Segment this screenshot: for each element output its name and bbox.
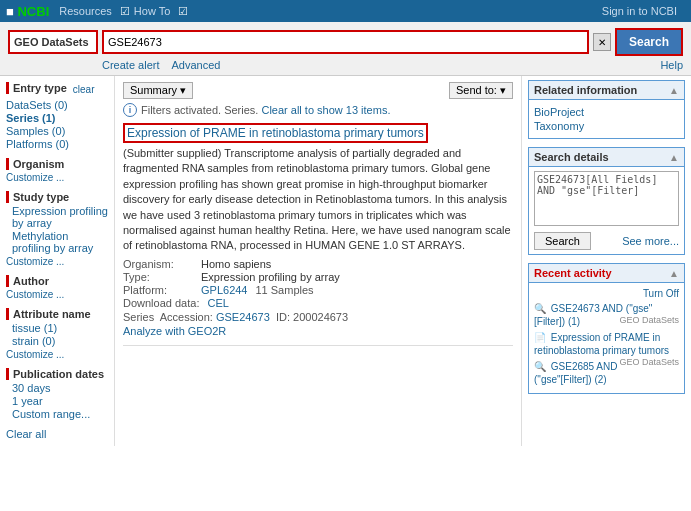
search-details-button[interactable]: Search (534, 232, 591, 250)
type-value: Expression profiling by array (201, 271, 340, 283)
sidebar-item-samples[interactable]: Samples (0) (6, 125, 108, 137)
meta-platform-row: Platform: GPL6244 11 Samples (123, 284, 513, 296)
toolbar-right: Send to: ▾ (449, 82, 513, 99)
main-content: Entry type clear DataSets (0) Series (1)… (0, 76, 691, 446)
series-label: Series (123, 311, 154, 323)
resources-link[interactable]: Resources (59, 5, 112, 17)
result-item: Expression of PRAME in retinoblastoma pr… (123, 123, 513, 346)
clear-all-link[interactable]: Clear all (6, 428, 108, 440)
pub-30days[interactable]: 30 days (12, 382, 108, 394)
clear-input-button[interactable]: ✕ (593, 33, 611, 51)
accession-label: Accession: (160, 311, 213, 323)
attr-item-1[interactable]: strain (0) (12, 335, 108, 347)
ra-link-2[interactable]: GSE2685 AND ("gse"[Filter]) (2) (534, 361, 618, 385)
turn-off-link[interactable]: Turn Off (643, 288, 679, 299)
search-details-header: Search details ▲ (529, 148, 684, 167)
related-info-header: Related information ▲ (529, 81, 684, 100)
sidebar-item-platforms[interactable]: Platforms (0) (6, 138, 108, 150)
filter-text: Filters activated. Series. Clear all to … (141, 104, 390, 116)
organism-group: Organism Customize ... (6, 158, 108, 183)
accession-link[interactable]: GSE24673 (216, 311, 270, 323)
summary-button[interactable]: Summary ▾ (123, 82, 193, 99)
resources-check: ☑ (120, 5, 130, 18)
search-details-query[interactable] (534, 171, 679, 226)
pub-dates-heading: Publication dates (6, 368, 108, 380)
study-customize[interactable]: Customize ... (6, 256, 108, 267)
clear-filters-link[interactable]: clear (73, 84, 95, 95)
study-item-1[interactable]: Methylation profiling by array (12, 230, 108, 254)
see-more-link[interactable]: See more... (622, 235, 679, 247)
attribute-group: Attribute name tissue (1) strain (0) Cus… (6, 308, 108, 360)
platform-link[interactable]: GPL6244 (201, 284, 247, 296)
type-label: Type: (123, 271, 193, 283)
ra-db-1: GEO DataSets (619, 357, 679, 369)
send-to-button[interactable]: Send to: ▾ (449, 82, 513, 99)
organism-value: Homo sapiens (201, 258, 271, 270)
pub-dates-group: Publication dates 30 days 1 year Custom … (6, 368, 108, 420)
search-details-section: Search details ▲ Search See more... (528, 147, 685, 255)
left-sidebar: Entry type clear DataSets (0) Series (1)… (0, 76, 115, 446)
author-group: Author Customize ... (6, 275, 108, 300)
attr-customize[interactable]: Customize ... (6, 349, 108, 360)
search-bar-row: GEO DataSets ✕ Search (8, 28, 683, 56)
advanced-link[interactable]: Advanced (171, 59, 220, 71)
recent-activity-title: Recent activity (534, 267, 612, 279)
entry-type-heading: Entry type (6, 82, 67, 94)
meta-type-row: Type: Expression profiling by array (123, 271, 513, 283)
search-input-box (102, 30, 589, 54)
result-meta: Organism: Homo sapiens Type: Expression … (123, 258, 513, 309)
organism-customize[interactable]: Customize ... (6, 172, 108, 183)
recent-activity-body: Turn Off 🔍 GSE24673 AND ("gse"[Filter]) … (529, 283, 684, 393)
analyze-link[interactable]: Analyze with GEO2R (123, 325, 226, 337)
result-abstract: (Submitter supplied) Transcriptome analy… (123, 146, 513, 254)
search-button[interactable]: Search (615, 28, 683, 56)
author-heading: Author (6, 275, 108, 287)
related-info-toggle[interactable]: ▲ (669, 85, 679, 96)
organism-heading: Organism (6, 158, 108, 170)
download-link[interactable]: CEL (207, 297, 228, 309)
results-toolbar: Summary ▾ Send to: ▾ (123, 82, 513, 99)
sidebar-item-series[interactable]: Series (1) (6, 112, 108, 124)
author-customize[interactable]: Customize ... (6, 289, 108, 300)
clear-filter-link[interactable]: Clear all to show 13 items. (261, 104, 390, 116)
id-value: 200024673 (293, 311, 348, 323)
organism-label: Organism: (123, 258, 193, 270)
howto-link[interactable]: How To (134, 5, 170, 17)
help-link[interactable]: Help (660, 59, 683, 71)
related-info-section: Related information ▲ BioProject Taxonom… (528, 80, 685, 139)
create-alert-link[interactable]: Create alert (102, 59, 159, 71)
result-accession: Series Accession: GSE24673 ID: 200024673 (123, 311, 513, 323)
signin-link[interactable]: Sign in to NCBI (602, 5, 677, 17)
sidebar-item-datasets[interactable]: DataSets (0) (6, 99, 108, 111)
search-details-toggle[interactable]: ▲ (669, 152, 679, 163)
related-info-title: Related information (534, 84, 637, 96)
ra-link-1[interactable]: Expression of PRAME in retinoblastoma pr… (534, 332, 669, 356)
search-input[interactable] (104, 34, 587, 50)
study-item-0[interactable]: Expression profiling by array (12, 205, 108, 229)
recent-activity-header: Recent activity ▲ (529, 264, 684, 283)
search-links: Create alert Advanced Help (8, 59, 683, 71)
taxonomy-link[interactable]: Taxonomy (534, 120, 679, 132)
recent-activity-toggle[interactable]: ▲ (669, 268, 679, 279)
bioproject-link[interactable]: BioProject (534, 106, 679, 118)
center-content: Summary ▾ Send to: ▾ i Filters activated… (115, 76, 521, 446)
study-type-group: Study type Expression profiling by array… (6, 191, 108, 267)
pub-custom[interactable]: Custom range... (12, 408, 108, 420)
info-icon: i (123, 103, 137, 117)
top-nav: ■ NCBI Resources ☑ How To ☑ Sign in to N… (0, 0, 691, 22)
search-icon-2: 🔍 (534, 361, 546, 372)
attribute-heading: Attribute name (6, 308, 108, 320)
toolbar-left: Summary ▾ (123, 82, 193, 99)
search-icon-0: 🔍 (534, 303, 546, 314)
db-select[interactable]: GEO DataSets (8, 30, 98, 54)
doc-icon-1: 📄 (534, 332, 546, 343)
meta-organism-row: Organism: Homo sapiens (123, 258, 513, 270)
search-bar-area: GEO DataSets ✕ Search Create alert Advan… (0, 22, 691, 76)
attr-item-0[interactable]: tissue (1) (12, 322, 108, 334)
search-details-body: Search See more... (529, 167, 684, 254)
filter-notice: i Filters activated. Series. Clear all t… (123, 103, 513, 117)
study-type-heading: Study type (6, 191, 108, 203)
result-title-link[interactable]: Expression of PRAME in retinoblastoma pr… (123, 123, 428, 143)
pub-1year[interactable]: 1 year (12, 395, 108, 407)
meta-download-row: Download data: CEL (123, 297, 513, 309)
